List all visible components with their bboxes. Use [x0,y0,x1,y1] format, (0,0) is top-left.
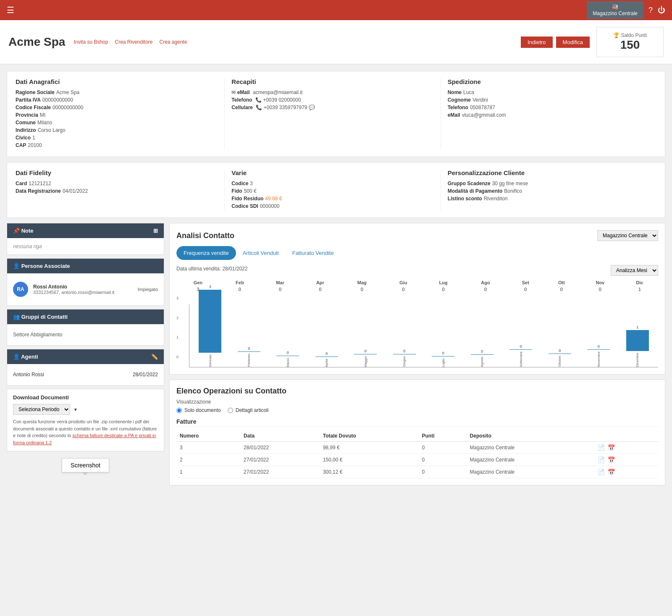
spedizione-col: Spedizione NomeLuca CognomeVerdini Telef… [441,78,656,150]
bar-fill [238,351,260,352]
nome-label: Nome [448,89,462,95]
doc-icon[interactable]: 📄 [598,469,605,475]
agenti-header[interactable]: 👤 Agenti ✏️ [7,349,164,364]
cell-data: 27/01/2022 [240,454,320,466]
doc-icon[interactable]: 📄 [598,444,605,451]
select-period-row: Seleziona Periodo ▼ [7,404,164,418]
agenti-header-label: 👤 Agenti [13,354,38,360]
bar-month-label: Dicembre [635,353,639,367]
cell-deposito: Magazzino Centrale [467,466,594,478]
card-value: 12121212 [29,181,51,186]
email-label: eMail [237,89,250,95]
main-wrapper: Dati Anagrafici Ragione SocialeAcme Spa … [0,64,672,492]
menu-icon[interactable]: ☰ [7,5,14,15]
listino-sconto-label: Listino sconto [448,196,482,202]
crea-agente-link[interactable]: Crea agente [160,39,187,45]
note-add-icon[interactable]: ⊞ [153,228,158,234]
calendar-icon[interactable]: 📅 [608,469,615,475]
power-icon[interactable]: ⏻ [658,6,665,15]
chart-inner: 3Gennaio0Febbraio0Marzo0Aprile0Maggio0Gi… [189,304,658,367]
provincia-label: Provincia [16,112,38,118]
bar-fill [549,354,571,354]
bar-chart: 3 2 1 0 3Gennaio0Febbraio0Marzo0Aprile0M… [176,296,658,367]
month-ott: Ott [544,279,579,286]
calendar-icon[interactable]: 📅 [608,444,615,451]
help-icon[interactable]: ? [648,6,653,15]
dati-fidelity-col: Dati Fidelity Card12121212 Data Registra… [16,169,224,211]
bar-value-label: 0 [403,349,405,353]
tab-frequenza-vendite[interactable]: Frequenza vendite [176,246,236,260]
bar-group: 0Agosto [463,349,501,367]
analisi-header: Analisi Contatto Magazzino Centrale [176,230,658,241]
cell-actions: 📄 📅 [594,454,658,466]
crea-rivenditore-link[interactable]: Crea Rivenditore [115,39,152,45]
radio-dettagli-articoli[interactable] [228,408,233,413]
radio-dettagli-label[interactable]: Dettagli articoli [228,407,269,413]
agenti-card: 👤 Agenti ✏️ Antonio Rossi 28/01/2022 [7,349,164,385]
data-ultima-vendita: Data ultima vendita: 28/01/2022 [176,266,247,272]
bar-fill [587,349,610,350]
table-row: 1 27/01/2022 300,12 € 0 Magazzino Centra… [176,466,658,478]
period-select[interactable]: Seleziona Periodo [13,404,70,415]
analizza-mesi-select[interactable]: Analizza Mesi [611,265,658,276]
gruppi-header-label: 👥 Gruppi di Contatti [13,314,68,320]
email-value: acmespa@miaemail.it [253,89,302,95]
bar-month-label: Settembre [519,351,523,367]
val-apr: 0 [300,286,340,293]
y-label-3: 3 [176,296,178,300]
bar-value-label: 0 [287,351,289,355]
analisi-section: Analisi Contatto Magazzino Centrale Freq… [169,223,665,375]
bar-month-label: Ottobre [558,356,562,367]
bar-group: 0Giugno [386,349,424,367]
bar-fill [315,356,338,357]
edit-icon[interactable]: ✏️ [151,354,158,360]
bar-month-label: Maggio [364,356,368,367]
bar-group: 0Novembre [580,344,618,367]
visualizzazione-label: Visualizzazione [176,399,658,405]
col-punti: Punti [419,430,467,442]
bar-fill [276,356,299,356]
screenshot-button[interactable]: Screenshot [62,458,109,472]
bar-fill [393,354,416,354]
trophy-icon: 🏆 [613,32,620,38]
card-label: Card [16,181,27,186]
codice-fiscale-label: Codice Fiscale [16,105,51,110]
modify-button[interactable]: Modifica [556,37,590,48]
warehouse-icon: 🏭 [612,4,618,10]
magazzino-button[interactable]: 🏭 Magazzino Centrale [587,1,643,19]
cell-numero: 3 [176,442,240,454]
fido-residuo-value: 49.88 € [265,196,282,202]
persone-body: RA Rossi Antonio 3331234567, antonio.ros… [7,273,164,305]
radio-solo-label[interactable]: Solo documento [176,407,221,413]
left-panel: 📌 Note ⊞ nessuna riga 👤 Persone Associat… [7,223,164,479]
tab-articoli-venduti[interactable]: Articoli Venduti [236,246,286,260]
month-set: Set [507,279,544,286]
varie-title: Varie [231,169,433,176]
calendar-icon[interactable]: 📅 [608,456,615,463]
bar-value-label: 0 [326,351,328,356]
y-label-2: 2 [176,316,178,320]
telefono-label: Telefono [231,97,252,103]
analisi-magazzino-select[interactable]: Magazzino Centrale [597,230,658,241]
val-ago: 0 [464,286,507,293]
persone-header[interactable]: 👤 Persone Associate [7,259,164,273]
topbar-right: 🏭 Magazzino Centrale ? ⏻ [587,1,665,19]
radio-solo-documento[interactable] [176,408,182,413]
gruppi-header[interactable]: 👥 Gruppi di Contatti [7,309,164,324]
recapiti-col: Recapiti ✉ eMail acmespa@miaemail.it Tel… [224,78,440,150]
sped-email-label: eMail [448,112,460,118]
avatar: RA [13,282,28,297]
tab-fatturato-vendite[interactable]: Fatturato Vendite [286,246,341,260]
tab-bar: Frequenza vendite Articoli Venduti Fattu… [176,246,658,260]
indirizzo-value: Corso Largo [38,127,66,133]
note-header[interactable]: 📌 Note ⊞ [7,223,164,238]
month-lug: Lug [423,279,464,286]
bar-month-label: Giugno [402,356,406,367]
comune-value: Milano [37,120,52,126]
invite-bshop-link[interactable]: Invita su Bshop [74,39,108,45]
cell-punti: 0 [419,442,467,454]
doc-icon[interactable]: 📄 [598,456,605,463]
col-data: Data [240,430,320,442]
modalita-pagamento-label: Modalità di Pagamento [448,188,503,194]
back-button[interactable]: Indietro [521,37,552,48]
